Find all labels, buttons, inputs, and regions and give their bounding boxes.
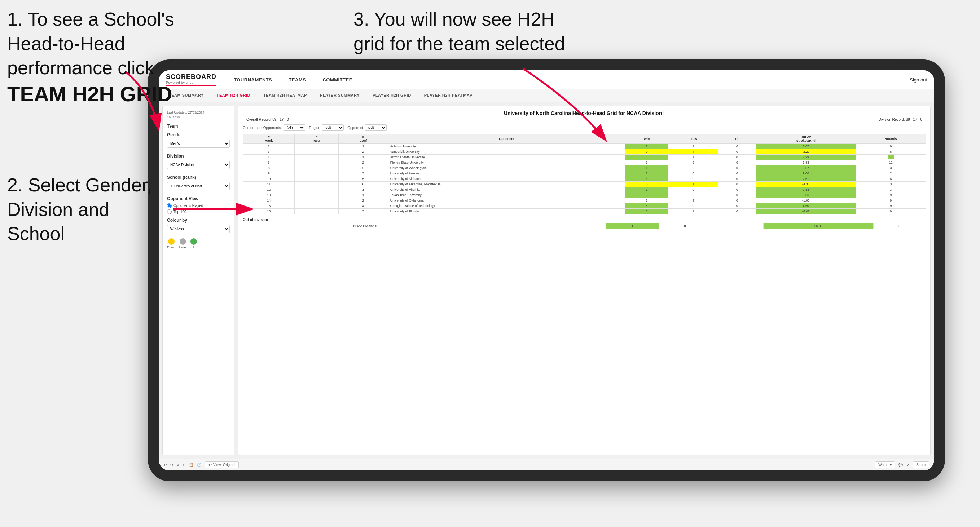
out-of-division-label: Out of division [243, 218, 926, 222]
table-row: 11 6 University of Arkansas, Fayettevill… [243, 182, 926, 187]
undo-icon[interactable]: ↩ [164, 463, 167, 467]
cell-conf: 2 [339, 149, 388, 155]
cell-loss: 0 [668, 192, 719, 198]
instruction-step2: 2. Select Gender, Division and School [7, 173, 170, 246]
cell-rounds: 9 [856, 192, 926, 198]
redo-icon[interactable]: ↪ [170, 463, 173, 467]
cell-loss: 0 [668, 203, 719, 209]
cell-conf: 2 [339, 160, 388, 165]
view-icon: 👁 [208, 463, 212, 467]
cell-rank: 8 [243, 165, 295, 171]
table-row: 13 1 Texas Tech University 3 0 0 5.56 9 [243, 192, 926, 198]
cell-opponent: Florida State University [388, 160, 625, 165]
paste-icon[interactable]: 📋 [189, 463, 193, 467]
nav-tournaments[interactable]: TOURNAMENTS [231, 76, 275, 84]
cell-reg [295, 182, 339, 187]
cell-rounds: 17 [856, 155, 926, 160]
opponent-filter: Opponent (All) [347, 124, 387, 131]
refresh-icon[interactable]: ↺ [177, 463, 180, 467]
table-row: 15 4 Georgia Institute of Technology 6 0… [243, 203, 926, 209]
colour-by-select[interactable]: Win/loss [167, 225, 230, 233]
cell-win: 0 [625, 149, 668, 155]
cell-rounds: 3 [856, 187, 926, 192]
cell-win: 3 [625, 209, 668, 214]
division-select[interactable]: NCAA Division I [167, 161, 230, 169]
cell-rounds: 9 [856, 203, 926, 209]
cell-rounds: 9 [856, 198, 926, 203]
cell-diff: -4.33 [756, 182, 856, 187]
cell-rounds: 9 [856, 209, 926, 214]
cell-tie: 0 [719, 171, 756, 176]
cell-reg [295, 160, 339, 165]
copy-icon[interactable]: ⎘ [183, 463, 185, 467]
overall-record: Overall Record: 89 - 17 - 0 [247, 117, 289, 121]
opponent-select[interactable]: (All) [365, 124, 387, 131]
cell-opponent: Texas Tech University [388, 192, 625, 198]
view-original-button[interactable]: 👁 View: Original [205, 461, 239, 468]
cell-reg [295, 198, 339, 203]
cell-reg [295, 187, 339, 192]
cell-loss: 1 [668, 144, 719, 149]
tab-player-summary[interactable]: PLAYER SUMMARY [317, 92, 363, 100]
cell-tie: 0 [719, 176, 756, 182]
cell-rounds: 8 [856, 176, 926, 182]
cell-tie: 0 [719, 160, 756, 165]
arrow-step2 [166, 195, 267, 224]
cell-conf: 4 [339, 203, 388, 209]
cell-tie: 0 [719, 203, 756, 209]
ood-diff: 26.00 [764, 224, 873, 229]
cell-tie: 0 [719, 187, 756, 192]
region-select[interactable]: (All) [322, 124, 344, 131]
colour-level: Level [179, 238, 187, 249]
cell-diff: 1.67 [756, 144, 856, 149]
watch-button[interactable]: Watch ▾ [875, 461, 895, 468]
cell-diff: 2.29 [756, 155, 856, 160]
cell-rank: 6 [243, 160, 295, 165]
school-select[interactable]: 1. University of Nort... [167, 182, 230, 190]
division-label: Division [167, 154, 230, 159]
cell-diff: 2.61 [756, 176, 856, 182]
cell-diff: 1.83 [756, 160, 856, 165]
tab-team-h2h-grid[interactable]: TEAM H2H GRID [214, 92, 253, 100]
cell-rank: 4 [243, 155, 295, 160]
table-row: 12 3 University of Virginia 1 0 0 2.33 3 [243, 187, 926, 192]
nav-committee[interactable]: COMMITTEE [320, 76, 355, 84]
table-row: 16 3 University of Florida 3 1 0 -6.42 9 [243, 209, 926, 214]
cell-reg [295, 144, 339, 149]
toolbar-icon-1[interactable]: 💬 [899, 463, 903, 467]
cell-diff: -6.42 [756, 209, 856, 214]
cell-opponent: University of Arizona [388, 171, 625, 176]
cell-conf: 5 [339, 176, 388, 182]
cell-loss: 2 [668, 198, 719, 203]
cell-rounds: 3 [856, 182, 926, 187]
conference-filter: Conference Opponents: (All) [243, 124, 305, 131]
toolbar-icon-2[interactable]: ⤢ [907, 463, 909, 467]
instruction-step3: 3. You will now see H2H grid for the tea… [353, 7, 570, 56]
ood-name: NCAA Division II [351, 224, 606, 229]
col-tie: Tie [719, 134, 756, 144]
cell-loss: 1 [668, 182, 719, 187]
col-diff: Diff AvStrokes/Rnd [756, 134, 856, 144]
bottom-toolbar: ↩ ↪ ↺ ⎘ 📋 🕐 👁 View: Original Watch ▾ 💬 ⤢… [159, 459, 934, 470]
cell-win: 1 [625, 187, 668, 192]
cell-rank: 3 [243, 149, 295, 155]
cell-conf: 3 [339, 209, 388, 214]
sign-out-link[interactable]: | Sign out [907, 77, 927, 83]
nav-teams[interactable]: TEAMS [286, 76, 309, 84]
table-row: 4 1 Arizona State University 5 1 0 2.29 … [243, 155, 926, 160]
school-label: School (Rank) [167, 175, 230, 180]
cell-win: 1 [625, 198, 668, 203]
cell-win: 6 [625, 203, 668, 209]
cell-loss: 0 [668, 187, 719, 192]
conference-select[interactable]: (All) [283, 124, 305, 131]
tab-team-h2h-heatmap[interactable]: TEAM H2H HEATMAP [261, 92, 310, 100]
cell-tie: 0 [719, 192, 756, 198]
cell-rank: 2 [243, 144, 295, 149]
cell-loss: 1 [668, 209, 719, 214]
cell-rounds: 8 [856, 149, 926, 155]
share-button[interactable]: Share [913, 461, 929, 468]
cell-opponent: University of Virginia [388, 187, 625, 192]
tab-player-h2h-grid[interactable]: PLAYER H2H GRID [370, 92, 414, 100]
cell-reg [295, 203, 339, 209]
arrow-step3 [451, 61, 631, 151]
